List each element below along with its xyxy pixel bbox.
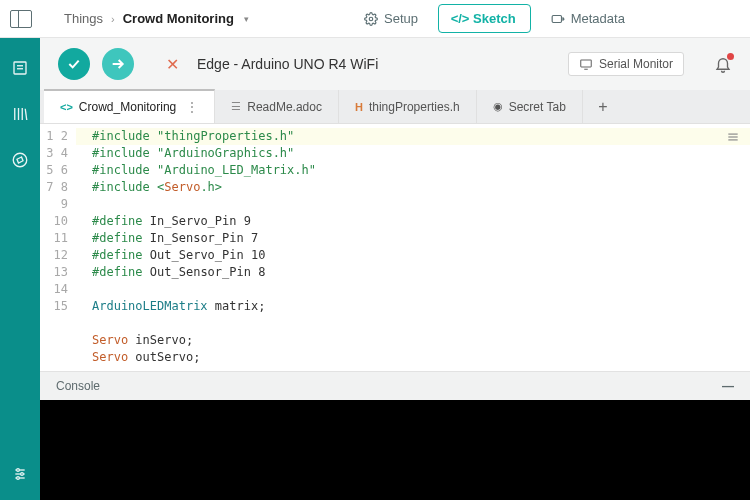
expand-icon[interactable]	[726, 130, 740, 144]
file-tab[interactable]: HthingProperties.h	[339, 90, 477, 123]
svg-point-0	[369, 17, 373, 21]
console-label: Console	[56, 379, 100, 393]
breadcrumb-root[interactable]: Things	[64, 11, 103, 26]
console-bar[interactable]: Console —	[40, 371, 750, 400]
monitor-icon	[579, 58, 593, 70]
svg-point-9	[13, 153, 27, 167]
file-tab-label: ReadMe.adoc	[247, 100, 322, 114]
panel-toggle-icon[interactable]	[10, 10, 32, 28]
svg-marker-10	[17, 157, 23, 163]
nav-sketch[interactable]: </> Sketch	[438, 4, 531, 33]
svg-line-8	[25, 109, 27, 120]
code-icon: </>	[453, 12, 467, 26]
board-name: Edge - Arduino UNO R4 WiFi	[197, 56, 378, 72]
breadcrumb-current[interactable]: Crowd Monitoring	[123, 11, 234, 26]
file-tab-label: thingProperties.h	[369, 100, 460, 114]
nav-metadata[interactable]: Metadata	[537, 5, 639, 32]
settings-toggle-icon[interactable]	[10, 464, 30, 484]
nav-setup-label: Setup	[384, 11, 418, 26]
svg-rect-2	[14, 62, 26, 74]
top-bar: Things › Crowd Monitoring ▾ Setup </> Sk…	[0, 0, 750, 38]
file-tabs: <>Crowd_Monitoring⋮☰ReadMe.adocHthingPro…	[40, 90, 750, 124]
add-tab-button[interactable]: +	[583, 90, 623, 123]
notification-dot-icon	[727, 53, 734, 60]
nav-setup[interactable]: Setup	[350, 5, 432, 32]
editor-header: ✕ Edge - Arduino UNO R4 WiFi Serial Moni…	[40, 38, 750, 90]
svg-rect-18	[581, 60, 592, 67]
console-output	[40, 400, 750, 500]
breadcrumb: Things › Crowd Monitoring ▾	[64, 11, 249, 26]
serial-monitor-label: Serial Monitor	[599, 57, 673, 71]
nav-metadata-label: Metadata	[571, 11, 625, 26]
line-gutter: 1 2 3 4 5 6 7 8 9 10 11 12 13 14 15	[40, 124, 76, 371]
sketches-icon[interactable]	[10, 58, 30, 78]
code-content[interactable]: #include "thingProperties.h" #include "A…	[76, 124, 316, 371]
notifications-icon[interactable]	[714, 55, 732, 73]
close-icon[interactable]: ✕	[166, 55, 179, 74]
explore-icon[interactable]	[10, 150, 30, 170]
kebab-icon[interactable]: ⋮	[186, 100, 198, 114]
nav-sketch-label: Sketch	[473, 11, 516, 26]
file-tab-label: Secret Tab	[509, 100, 566, 114]
gear-icon	[364, 12, 378, 26]
verify-button[interactable]	[58, 48, 90, 80]
minimize-icon[interactable]: —	[722, 379, 734, 393]
svg-point-15	[21, 473, 24, 476]
library-icon[interactable]	[10, 104, 30, 124]
file-tab-label: Crowd_Monitoring	[79, 100, 176, 114]
svg-point-16	[17, 477, 20, 480]
side-rail	[0, 38, 40, 500]
file-tab[interactable]: ◉Secret Tab	[477, 90, 583, 123]
serial-monitor-button[interactable]: Serial Monitor	[568, 52, 684, 76]
upload-button[interactable]	[102, 48, 134, 80]
code-editor[interactable]: 1 2 3 4 5 6 7 8 9 10 11 12 13 14 15 #inc…	[40, 124, 750, 371]
svg-point-14	[17, 469, 20, 472]
file-tab[interactable]: <>Crowd_Monitoring⋮	[44, 89, 215, 123]
tag-icon	[551, 12, 565, 26]
svg-rect-1	[552, 15, 561, 22]
file-tab[interactable]: ☰ReadMe.adoc	[215, 90, 339, 123]
chevron-right-icon: ›	[111, 13, 115, 25]
